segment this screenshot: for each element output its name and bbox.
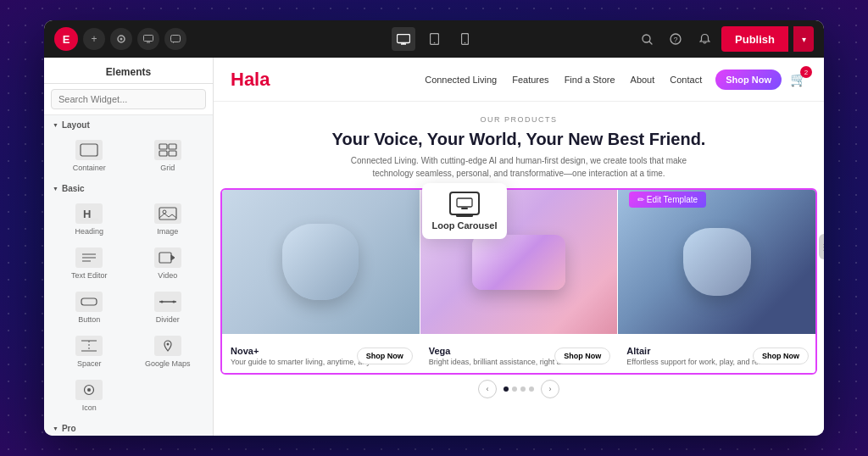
- dot-3[interactable]: [520, 386, 526, 392]
- cart-badge: 2: [800, 66, 812, 78]
- nav-cart[interactable]: 🛒 2: [790, 71, 807, 87]
- dot-4[interactable]: [529, 386, 534, 392]
- nav-find-store[interactable]: Find a Store: [565, 75, 615, 85]
- product-image-altair: [618, 190, 815, 334]
- topbar-right: ? Publish ▾: [635, 26, 814, 52]
- google-maps-widget[interactable]: Google Maps: [130, 331, 207, 373]
- heading-icon: H: [75, 203, 103, 224]
- basic-section-label: Basic: [44, 179, 213, 197]
- notifications-icon-btn[interactable]: [693, 27, 716, 51]
- search-bar-container: [44, 84, 213, 115]
- publish-dropdown-button[interactable]: ▾: [793, 26, 814, 52]
- chat-button[interactable]: [164, 28, 186, 50]
- image-widget[interactable]: Image: [130, 198, 207, 241]
- svg-rect-23: [159, 208, 176, 220]
- nav-connected-living[interactable]: Connected Living: [425, 75, 497, 85]
- shop-btn-altair[interactable]: Shop Now: [753, 348, 809, 364]
- hero-tag: OUR PRODUCTS: [231, 115, 807, 124]
- svg-point-33: [172, 301, 175, 303]
- next-arrow[interactable]: ›: [541, 380, 559, 398]
- search-input[interactable]: [51, 89, 206, 109]
- edit-template-badge[interactable]: ✏ Edit Template: [629, 192, 706, 208]
- mobile-btn[interactable]: [453, 27, 476, 51]
- add-button[interactable]: +: [83, 28, 105, 50]
- dot-2[interactable]: [512, 386, 517, 392]
- products-section: Nova+ Your guide to smarter living, anyt…: [220, 188, 817, 375]
- container-widget[interactable]: Container: [51, 135, 128, 177]
- video-label: Video: [158, 271, 177, 280]
- topbar: E +: [44, 20, 824, 58]
- responsive-button[interactable]: [137, 28, 159, 50]
- button-widget[interactable]: Button: [51, 286, 128, 329]
- heading-label: Heading: [75, 227, 103, 236]
- tablet-btn[interactable]: [422, 27, 446, 51]
- grid-widget[interactable]: Grid: [130, 135, 207, 177]
- desktop-btn[interactable]: [392, 27, 415, 51]
- grid-label: Grid: [160, 164, 175, 172]
- nav-features[interactable]: Features: [512, 75, 548, 85]
- product-shape-altair: [683, 228, 751, 296]
- svg-point-1: [120, 38, 123, 41]
- button-label: Button: [78, 315, 100, 324]
- spacer-widget[interactable]: Spacer: [51, 331, 128, 373]
- shop-btn-nova[interactable]: Shop Now: [357, 348, 413, 364]
- svg-marker-29: [171, 255, 175, 260]
- settings-button[interactable]: [110, 28, 132, 50]
- heading-widget[interactable]: H Heading: [51, 198, 128, 241]
- hero-title: Your Voice, Your World, Your New Best Fr…: [231, 129, 807, 149]
- product-card-altair: Altair Effortless support for work, play…: [617, 190, 815, 373]
- nav-links: Connected Living Features Find a Store A…: [425, 75, 702, 85]
- image-label: Image: [157, 227, 178, 236]
- product-shape-nova: [282, 224, 359, 300]
- topbar-left: E +: [54, 27, 186, 51]
- video-icon: [154, 247, 181, 268]
- svg-rect-5: [398, 34, 410, 42]
- prev-arrow[interactable]: ‹: [478, 380, 497, 398]
- svg-rect-20: [169, 151, 176, 156]
- svg-rect-19: [159, 151, 167, 156]
- container-label: Container: [73, 164, 106, 172]
- sidebar-resize-handle[interactable]: [819, 234, 824, 259]
- google-maps-icon: [154, 336, 181, 356]
- sidebar-header: Elements: [44, 58, 213, 84]
- svg-point-39: [87, 388, 91, 392]
- divider-widget[interactable]: Divider: [130, 286, 207, 329]
- product-card-nova: Nova+ Your guide to smarter living, anyt…: [222, 190, 420, 373]
- svg-text:?: ?: [674, 36, 678, 44]
- svg-rect-16: [81, 144, 97, 156]
- spacer-icon: [75, 336, 103, 356]
- google-maps-label: Google Maps: [145, 359, 191, 368]
- svg-rect-2: [144, 36, 153, 42]
- search-icon-btn[interactable]: [635, 27, 659, 51]
- divider-label: Divider: [156, 315, 180, 324]
- image-icon: [154, 203, 181, 224]
- icon-widget[interactable]: Icon: [51, 375, 128, 417]
- layout-section-label: Layout: [44, 115, 213, 133]
- product-shape-vega: [472, 235, 565, 290]
- container-icon: [75, 140, 103, 160]
- video-widget[interactable]: Video: [130, 242, 207, 285]
- sidebar: Elements Layout Container Grid: [44, 58, 214, 436]
- publish-button[interactable]: Publish: [721, 26, 788, 52]
- text-editor-widget[interactable]: Text Editor: [51, 242, 128, 285]
- help-icon-btn[interactable]: ?: [664, 27, 687, 51]
- hero-desc: Connected Living. With cutting-edge AI a…: [349, 154, 688, 180]
- svg-rect-30: [81, 298, 97, 305]
- nav-contact[interactable]: Contact: [670, 75, 702, 85]
- svg-point-11: [464, 42, 465, 44]
- carousel-dots: [504, 386, 534, 392]
- nav-about[interactable]: About: [631, 75, 655, 85]
- dot-1[interactable]: [504, 386, 509, 392]
- svg-text:H: H: [83, 208, 91, 220]
- grid-icon: [154, 140, 181, 160]
- shop-btn-vega[interactable]: Shop Now: [554, 348, 610, 364]
- canvas-area: Loop Carousel Hala Connected Living Feat…: [214, 58, 824, 436]
- svg-rect-18: [169, 144, 176, 149]
- nav-shop-button[interactable]: Shop Now: [715, 70, 782, 90]
- elementor-logo[interactable]: E: [54, 27, 78, 51]
- svg-point-32: [160, 301, 163, 303]
- loop-carousel-tooltip-label: Loop Carousel: [432, 220, 498, 231]
- loop-carousel-tooltip-icon: [449, 192, 480, 215]
- site-logo: Hala: [231, 69, 270, 91]
- text-editor-icon: [75, 247, 103, 268]
